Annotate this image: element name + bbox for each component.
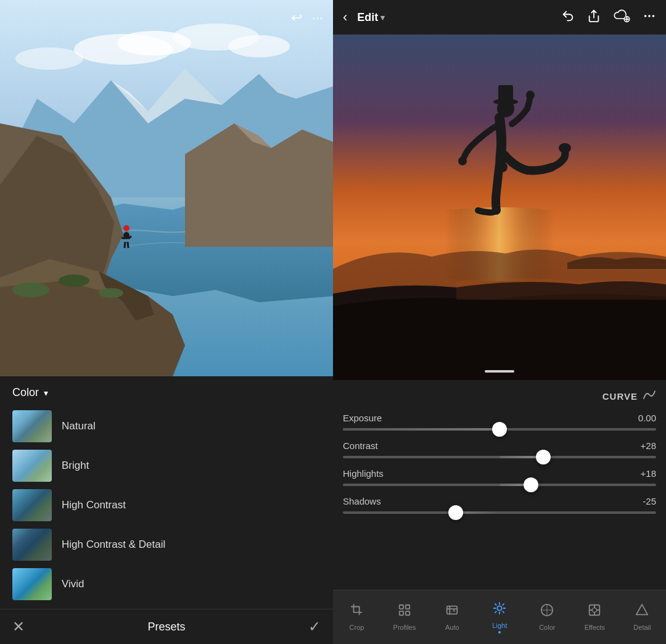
edit-chevron-icon: ▾	[380, 13, 385, 22]
effects-tab-label: Effects	[585, 624, 605, 631]
preset-name: High Contrast & Detail	[62, 539, 165, 551]
sunset-scene	[333, 35, 666, 380]
preset-thumbnail	[12, 489, 52, 521]
edit-menu-button[interactable]: Edit ▾	[357, 11, 385, 24]
highlights-track[interactable]	[343, 484, 656, 486]
more-options-icon[interactable]	[643, 9, 656, 26]
crop-tab-label: Crop	[350, 624, 364, 631]
right-photo	[333, 35, 666, 380]
exposure-value: 0.00	[638, 413, 656, 423]
tab-light[interactable]: Light	[481, 597, 518, 638]
edit-label: Edit	[357, 11, 378, 24]
svg-point-20	[648, 15, 651, 17]
confirm-button[interactable]: ✓	[308, 618, 321, 635]
svg-point-27	[526, 91, 535, 99]
color-icon	[540, 603, 554, 621]
svg-rect-34	[447, 606, 458, 614]
left-bottom-controls: Color ▾ Natural Bright High Contrast H	[0, 376, 333, 644]
highlights-thumb[interactable]	[524, 477, 538, 492]
shadows-thumb[interactable]	[448, 505, 463, 520]
preset-name: Natural	[62, 420, 96, 432]
light-tab-label: Light	[492, 622, 507, 629]
left-toolbar: ↩ ···	[291, 10, 323, 26]
share-icon[interactable]	[587, 9, 601, 26]
svg-point-7	[123, 225, 130, 231]
preset-list: Natural Bright High Contrast High Contra…	[0, 407, 333, 609]
profiles-icon	[398, 603, 411, 621]
presets-footer-title: Presets	[147, 621, 185, 634]
color-header[interactable]: Color ▾	[0, 376, 333, 407]
profiles-tab-label: Profiles	[393, 624, 416, 631]
preset-thumbnail	[12, 450, 52, 482]
undo-icon[interactable]: ↩	[291, 10, 302, 26]
svg-point-21	[652, 15, 655, 17]
svg-point-5	[15, 47, 83, 70]
svg-point-28	[458, 157, 467, 165]
detail-tab-label: Detail	[633, 624, 651, 631]
light-icon	[493, 601, 506, 619]
bottom-tabbar: Crop Profiles Auto	[333, 590, 666, 644]
list-item[interactable]: High Contrast & Detail	[0, 525, 333, 564]
back-button[interactable]: ‹	[343, 9, 347, 25]
svg-rect-32	[400, 611, 403, 615]
mountain-scene	[0, 0, 333, 376]
exposure-label: Exposure	[343, 413, 382, 423]
highlights-label: Highlights	[343, 468, 384, 479]
right-panel: ‹ Edit ▾	[333, 0, 666, 644]
tab-detail[interactable]: Detail	[623, 598, 660, 636]
topbar-undo-icon[interactable]	[561, 9, 575, 26]
tab-color[interactable]: Color	[528, 598, 565, 636]
color-chevron-icon: ▾	[44, 388, 48, 398]
tab-profiles[interactable]: Profiles	[386, 598, 424, 636]
svg-line-11	[128, 242, 128, 248]
list-item[interactable]: Vivid	[0, 564, 333, 604]
presets-footer: ✕ Presets ✓	[0, 609, 333, 644]
curve-icon[interactable]	[643, 390, 656, 403]
shadows-value: -25	[643, 496, 656, 506]
more-options-icon[interactable]: ···	[312, 10, 323, 26]
svg-line-44	[503, 603, 504, 605]
exposure-thumb[interactable]	[492, 422, 507, 437]
svg-point-19	[644, 15, 647, 17]
left-photo: ↩ ···	[0, 0, 333, 376]
photo-handle	[485, 370, 514, 373]
cloud-add-icon[interactable]	[613, 9, 630, 26]
contrast-slider-row: Contrast +28	[343, 440, 656, 458]
contrast-track[interactable]	[343, 456, 656, 458]
preset-thumbnail	[12, 410, 52, 442]
preset-name: Bright	[62, 460, 89, 472]
contrast-value: +28	[641, 440, 656, 451]
exposure-track[interactable]	[343, 428, 656, 431]
auto-icon	[445, 603, 459, 621]
svg-rect-33	[406, 611, 409, 615]
svg-point-37	[498, 606, 502, 610]
list-item[interactable]: Bright	[0, 446, 333, 485]
preset-thumbnail	[12, 529, 52, 561]
color-header-label: Color	[12, 386, 39, 399]
highlights-value: +18	[641, 468, 656, 479]
svg-rect-26	[498, 85, 513, 102]
exposure-slider-row: Exposure 0.00	[343, 413, 656, 431]
svg-line-42	[495, 603, 496, 605]
svg-line-43	[503, 611, 504, 613]
edit-controls: CURVE Exposure 0.00 Contrast +28	[333, 380, 666, 590]
shadows-track[interactable]	[343, 511, 656, 514]
list-item[interactable]: High Contrast	[0, 485, 333, 525]
close-button[interactable]: ✕	[12, 618, 25, 635]
contrast-thumb[interactable]	[536, 450, 551, 464]
crop-icon	[350, 603, 364, 621]
highlights-slider-row: Highlights +18	[343, 468, 656, 486]
shadows-slider-row: Shadows -25	[343, 496, 656, 514]
active-indicator	[498, 631, 501, 634]
effects-icon	[588, 603, 601, 621]
detail-icon	[635, 603, 649, 621]
contrast-label: Contrast	[343, 440, 378, 451]
list-item[interactable]: Natural	[0, 407, 333, 446]
preset-name: High Contrast	[62, 499, 126, 511]
svg-point-4	[228, 35, 290, 57]
svg-line-10	[125, 242, 125, 248]
tab-auto[interactable]: Auto	[434, 598, 471, 636]
shadows-label: Shadows	[343, 496, 381, 506]
tab-crop[interactable]: Crop	[339, 598, 376, 636]
tab-effects[interactable]: Effects	[576, 598, 613, 636]
